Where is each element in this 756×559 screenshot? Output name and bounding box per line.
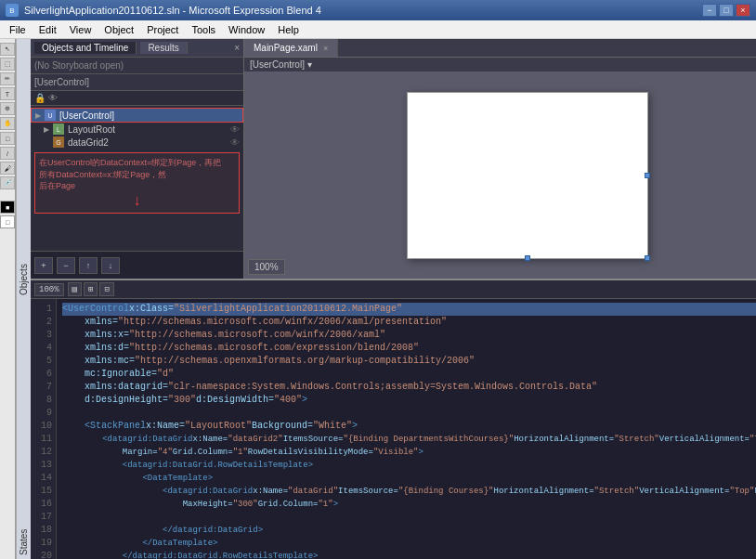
canvas-tab-label: MainPage.xaml	[254, 43, 318, 53]
code-zoom-selector[interactable]: 100%	[34, 283, 64, 296]
tree-item-layoutroot[interactable]: ▶ L LayoutRoot 👁	[31, 123, 243, 136]
code-toolbar-icons: ▤ ⊞ ⊟	[68, 282, 114, 296]
design-canvas[interactable]	[407, 92, 648, 259]
code-line-8: d:DesignHeight="300" d:DesignWidth="400"…	[62, 394, 756, 407]
code-editor: 100% ▤ ⊞ ⊟ 1234 5678 9101112 13141516 17…	[31, 280, 756, 559]
pan-tool[interactable]: ✋	[0, 117, 15, 130]
foreground-color[interactable]: ■	[0, 201, 15, 214]
zoom-tool[interactable]: ⊕	[0, 102, 15, 115]
code-line-20: </datagrid:DataGrid.RowDetailsTemplate>	[62, 550, 756, 559]
menu-view[interactable]: View	[64, 23, 98, 36]
line-tool[interactable]: /	[0, 147, 15, 160]
line-numbers: 1234 5678 9101112 13141516 17181920 2122…	[31, 299, 57, 559]
tree-item-datagrid2[interactable]: G dataGrid2 👁	[31, 136, 243, 149]
delete-object-btn[interactable]: −	[57, 257, 75, 274]
tree-label-usercontrol: [UserControl]	[59, 110, 114, 121]
menu-help[interactable]: Help	[272, 23, 305, 36]
code-line-19: </DataTemplate>	[62, 537, 756, 550]
objects-panel: Objects and Timeline Results × (No Story…	[31, 39, 244, 279]
results-tab[interactable]: Results	[140, 42, 187, 54]
lock-icon[interactable]: 🔒	[34, 93, 46, 103]
menu-object[interactable]: Object	[98, 23, 139, 36]
tree-label-datagrid2: dataGrid2	[68, 137, 109, 148]
no-storyboard-label: (No Storyboard open)	[34, 60, 124, 71]
paint-tool[interactable]: 🖌	[0, 162, 15, 175]
code-line-11: <datagrid:DataGrid x:Name="dataGrid2" It…	[62, 433, 756, 446]
code-line-15: <datagrid:DataGrid x:Name="dataGrid" Ite…	[62, 485, 756, 498]
add-object-btn[interactable]: +	[34, 257, 53, 274]
code-line-7: xmlns:datagrid="clr-namespace:System.Win…	[62, 381, 756, 394]
app-icon: B	[6, 4, 19, 17]
code-line-9	[62, 407, 756, 420]
side-label-objects[interactable]: Objects	[16, 39, 31, 299]
move-down-btn[interactable]: ↓	[101, 257, 120, 274]
canvas-zoom-indicator: 100%	[248, 259, 285, 275]
code-text-area[interactable]: <UserControl x:Class="SilverlightApplica…	[57, 299, 756, 559]
tree-item-usercontrol[interactable]: ▶ U [UserControl]	[31, 108, 243, 123]
select-tool[interactable]: ⬚	[0, 58, 15, 71]
shape-tool[interactable]: □	[0, 132, 15, 145]
pen-tool[interactable]: ✏	[0, 72, 15, 85]
code-line-2: xmlns="http://schemas.microsoft.com/winf…	[62, 316, 756, 329]
menu-window[interactable]: Window	[223, 23, 270, 36]
code-line-5: xmlns:mc="http://schemas.openxmlformats.…	[62, 355, 756, 368]
background-color[interactable]: □	[0, 215, 15, 228]
eyedropper-tool[interactable]: 💉	[0, 176, 15, 189]
code-line-4: xmlns:d="http://schemas.microsoft.com/ex…	[62, 342, 756, 355]
code-btn-2[interactable]: ⊞	[84, 282, 98, 296]
code-line-1: <UserControl x:Class="SilverlightApplica…	[62, 303, 756, 316]
menu-file[interactable]: File	[4, 23, 32, 36]
canvas-breadcrumb[interactable]: [UserControl] ▾	[250, 59, 312, 70]
menu-edit[interactable]: Edit	[33, 23, 62, 36]
code-line-10: <StackPanel x:Name="LayoutRoot" Backgrou…	[62, 420, 756, 433]
side-label-states[interactable]: States	[16, 299, 31, 559]
canvas-tab-mainpage[interactable]: MainPage.xaml ×	[244, 39, 338, 57]
code-btn-3[interactable]: ⊟	[99, 282, 113, 296]
code-line-14: <DataTemplate>	[62, 472, 756, 485]
menu-bar: File Edit View Object Project Tools Wind…	[0, 20, 756, 39]
objects-breadcrumb[interactable]: [UserControl]	[34, 77, 89, 87]
code-line-12: Margin="4" Grid.Column="1" RowDetailsVis…	[62, 446, 756, 459]
code-line-18: </datagrid:DataGrid>	[62, 524, 756, 537]
code-line-13: <datagrid:DataGrid.RowDetailsTemplate>	[62, 459, 756, 472]
canvas-tab-close[interactable]: ×	[323, 44, 328, 53]
annotation-text: 在UserControl的DataContext=绑定到Page，再把 所有Da…	[39, 157, 235, 192]
annotation-arrow-icon: ↓	[39, 192, 235, 209]
text-tool[interactable]: T	[0, 87, 15, 100]
canvas-area: MainPage.xaml × [UserControl] ▾ 100%	[244, 39, 756, 279]
tree-label-layoutroot: LayoutRoot	[68, 124, 115, 135]
code-line-16: MaxHeight="300" Grid.Column="1">	[62, 498, 756, 511]
objects-panel-close[interactable]: ×	[234, 43, 240, 53]
code-btn-1[interactable]: ▤	[68, 282, 82, 296]
title-bar: B SilverlightApplication20110612.sln - M…	[0, 0, 756, 20]
code-line-6: mc:Ignorable="d"	[62, 368, 756, 381]
code-line-17	[62, 511, 756, 524]
code-line-3: xmlns:x="http://schemas.microsoft.com/wi…	[62, 329, 756, 342]
menu-tools[interactable]: Tools	[186, 23, 221, 36]
menu-project[interactable]: Project	[141, 23, 184, 36]
maximize-button[interactable]: □	[719, 4, 734, 17]
left-toolbar: ↖ ⬚ ✏ T ⊕ ✋ □ / 🖌 💉 ■ □	[0, 39, 16, 559]
eye-toggle-icon[interactable]: 👁	[48, 93, 58, 103]
pointer-tool[interactable]: ↖	[0, 43, 15, 56]
minimize-button[interactable]: −	[702, 4, 717, 17]
move-up-btn[interactable]: ↑	[79, 257, 98, 274]
window-title: SilverlightApplication20110612.sln - Mic…	[24, 5, 321, 16]
objects-tab[interactable]: Objects and Timeline	[34, 42, 137, 54]
close-button[interactable]: ×	[736, 4, 750, 17]
